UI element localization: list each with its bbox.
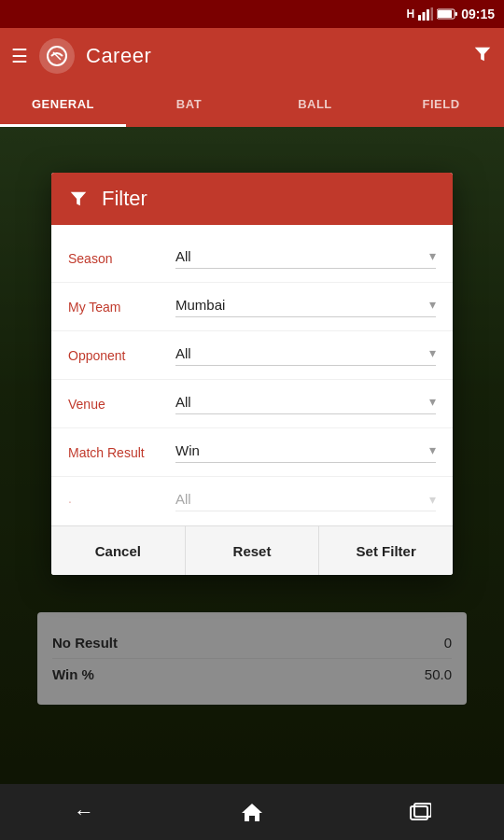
chevron-down-icon: ▾ (429, 394, 436, 409)
app-logo (39, 38, 75, 74)
match-result-dropdown[interactable]: Win ▾ (175, 442, 436, 463)
status-icons: H 09:15 (407, 7, 495, 21)
chevron-down-icon: ▾ (429, 248, 436, 263)
dialog-header: Filter (51, 173, 453, 225)
svg-rect-2 (427, 9, 429, 21)
chevron-down-icon: ▾ (429, 442, 436, 457)
chevron-down-icon: ▾ (429, 297, 436, 312)
chevron-down-icon: ▾ (429, 492, 436, 507)
extra-dropdown[interactable]: All ▾ (175, 491, 436, 511)
reset-button[interactable]: Reset (186, 526, 320, 575)
svg-rect-6 (455, 12, 458, 16)
hamburger-icon[interactable]: ☰ (11, 45, 28, 67)
filter-body: Season All ▾ My Team Mumbai ▾ Opponent A… (51, 225, 453, 525)
filter-row-match-result[interactable]: Match Result Win ▾ (51, 428, 453, 477)
my-team-dropdown[interactable]: Mumbai ▾ (175, 297, 436, 317)
filter-row-my-team[interactable]: My Team Mumbai ▾ (51, 283, 453, 331)
venue-dropdown[interactable]: All ▾ (175, 394, 436, 414)
filter-row-season[interactable]: Season All ▾ (51, 234, 453, 283)
back-button[interactable]: ← (56, 793, 112, 831)
filter-row-venue[interactable]: Venue All ▾ (51, 380, 453, 428)
app-header: ☰ Career (0, 28, 504, 84)
dialog-title: Filter (102, 187, 147, 211)
chevron-down-icon: ▾ (429, 345, 436, 360)
signal-bars-icon (418, 7, 433, 21)
set-filter-button[interactable]: Set Filter (319, 526, 453, 575)
tab-bat[interactable]: BAT (126, 84, 252, 127)
cancel-button[interactable]: Cancel (51, 526, 186, 575)
recent-apps-button[interactable] (392, 793, 448, 831)
tab-general[interactable]: GENERAL (0, 84, 126, 127)
bottom-navigation: ← (0, 784, 504, 840)
tab-bar: GENERAL BAT BALL FIELD (0, 84, 504, 127)
page-title: Career (86, 44, 461, 68)
svg-rect-0 (418, 15, 421, 21)
tab-ball[interactable]: BALL (252, 84, 378, 127)
filter-row-opponent[interactable]: Opponent All ▾ (51, 331, 453, 380)
dialog-filter-icon (68, 189, 89, 209)
svg-rect-3 (431, 7, 434, 21)
signal-icon: H (407, 7, 415, 21)
filter-dialog: Filter Season All ▾ My Team Mumbai ▾ Opp… (51, 173, 453, 575)
svg-rect-1 (423, 12, 426, 21)
opponent-dropdown[interactable]: All ▾ (175, 345, 436, 366)
tab-field[interactable]: FIELD (378, 84, 504, 127)
dialog-action-buttons: Cancel Reset Set Filter (51, 525, 453, 575)
status-bar: H 09:15 (0, 0, 504, 28)
time-display: 09:15 (461, 7, 495, 21)
svg-rect-5 (438, 10, 452, 18)
filter-row-extra[interactable]: · All ▾ (51, 477, 453, 525)
season-dropdown[interactable]: All ▾ (175, 248, 436, 269)
home-button[interactable] (224, 793, 280, 831)
filter-header-button[interactable] (472, 44, 493, 69)
battery-icon (437, 8, 457, 20)
